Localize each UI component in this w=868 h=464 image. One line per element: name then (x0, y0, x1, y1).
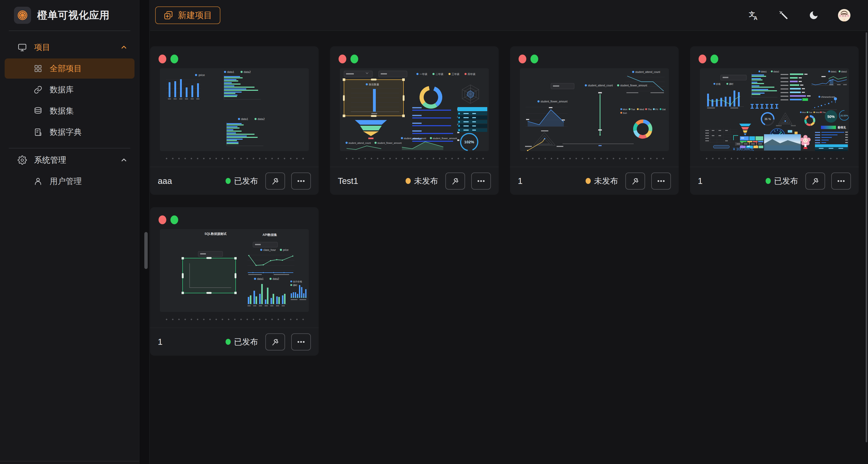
translate-icon[interactable]: 文 A (748, 9, 760, 21)
legend-label: 散花数量 (369, 83, 379, 86)
legend-label: 四年级 (468, 73, 475, 75)
main-scrollbar-thumb[interactable] (866, 32, 867, 442)
sidebar-item-user-management[interactable]: 用户管理 (5, 171, 134, 191)
legend-label: price (199, 73, 205, 76)
card-footer: 1 已发布 (690, 167, 859, 195)
status-dot (586, 178, 591, 184)
more-actions-button[interactable] (651, 173, 671, 190)
avatar[interactable] (838, 9, 850, 22)
edit-project-button[interactable] (625, 173, 645, 190)
legend-label: 二年级 (436, 73, 443, 75)
green-dot (350, 55, 358, 63)
status-badge: 未发布 (586, 176, 618, 186)
ellipsis-icon (656, 176, 666, 186)
sidebar-item-all-projects[interactable]: 全部项目 (5, 58, 134, 79)
svg-text:A: A (754, 15, 757, 21)
project-thumbnail[interactable]: price data1 data2 (160, 68, 309, 151)
dictionary-icon (34, 128, 42, 136)
gradient-bar-label: 看得见 (837, 126, 846, 129)
hammer-icon (270, 337, 280, 347)
sidebar-item-dataset[interactable]: 数据集 (5, 101, 134, 121)
project-thumbnail[interactable]: student_attend_count student_attend_coun… (520, 68, 669, 151)
sidebar-item-database[interactable]: 数据库 (5, 80, 134, 100)
legend-label: student_attend_count (635, 71, 660, 73)
hammer-icon (810, 176, 820, 186)
link-icon (34, 85, 42, 94)
app-logo (14, 7, 31, 24)
project-name: 1 (158, 337, 219, 347)
more-actions-button[interactable] (291, 173, 311, 190)
card-footer: Test1 未发布 (330, 167, 499, 195)
project-name: 1 (698, 176, 760, 186)
legend-label: student_attend_count (404, 137, 426, 140)
legend-label: student_flower_amount (433, 137, 457, 140)
copy-plus-icon (163, 10, 173, 20)
project-thumbnail[interactable]: 价格 课时 data1 data2 (700, 68, 849, 151)
sidebar-item-data-dictionary[interactable]: 数据字典 (5, 122, 134, 142)
legend-label: Sun (623, 112, 627, 114)
more-actions-button[interactable] (471, 173, 491, 190)
magic-wand-icon[interactable] (778, 9, 789, 21)
legend-label: data2 (841, 70, 847, 73)
status-dot (406, 178, 411, 184)
card-footer: 1 已发布 (150, 328, 319, 355)
monitor-icon (18, 43, 27, 52)
project-name: 1 (518, 176, 579, 186)
legend-label: data1 (257, 278, 264, 280)
sidebar-item-label: 数据库 (50, 84, 74, 95)
red-dot (519, 55, 526, 63)
edit-project-button[interactable] (805, 173, 825, 190)
project-thumbnail[interactable]: 散花数量 一年级 二年级 三年级 四年级 (340, 68, 489, 151)
legend-label: 合计价格 (293, 280, 302, 283)
legend-label: data1 (227, 70, 234, 73)
green-dot (711, 55, 718, 63)
moon-icon[interactable] (808, 9, 819, 21)
sidebar-group-label: 系统管理 (34, 155, 66, 165)
hammer-icon (630, 176, 640, 186)
new-project-button[interactable]: 新建项目 (155, 6, 220, 24)
status-dot (766, 178, 771, 184)
project-card: SQL数据源测试 API数据集 class_hour price (150, 207, 319, 355)
legend-label: student_attend_count (588, 84, 613, 87)
status-badge: 已发布 (225, 176, 258, 186)
hammer-icon (450, 176, 460, 186)
edit-project-button[interactable] (266, 173, 285, 190)
database-icon (34, 106, 42, 115)
more-actions-button[interactable] (291, 333, 311, 350)
thumbnail-dots (163, 157, 305, 160)
panel-title: SQL数据源测试 (205, 232, 227, 236)
legend-label: 一年级 (420, 73, 427, 75)
sidebar-scrollbar-thumb[interactable] (144, 232, 148, 269)
edit-project-button[interactable] (445, 173, 465, 190)
ellipsis-icon (476, 176, 486, 186)
legend-label: Wed (639, 108, 644, 111)
topbar-icons: 文 A (748, 9, 850, 22)
sidebar-item-label: 用户管理 (50, 176, 82, 187)
sidebar-section-divider (9, 148, 130, 149)
topbar: 新建项目 文 A (150, 0, 868, 31)
logo-row: 橙单可视化应用 (0, 0, 139, 31)
ellipsis-icon (836, 176, 846, 186)
sidebar-group-projects[interactable]: 项目 (0, 37, 139, 57)
sidebar-item-label: 全部项目 (50, 63, 82, 74)
grid-icon (34, 64, 42, 73)
sidebar-group-system[interactable]: 系统管理 (0, 150, 139, 170)
status-label: 已发布 (774, 176, 798, 186)
legend-label: Mon (623, 108, 627, 111)
edit-project-button[interactable] (266, 333, 285, 350)
legend-label: 课时 (729, 83, 734, 85)
card-footer: aaa 已发布 (150, 167, 319, 195)
legend-label: student_attend_count (348, 142, 371, 144)
legend-label: Wed (815, 111, 819, 114)
legend-label: data2 (273, 278, 279, 280)
hammer-icon (270, 176, 280, 186)
more-actions-button[interactable] (831, 173, 851, 190)
project-thumbnail[interactable]: SQL数据源测试 API数据集 class_hour price (160, 229, 309, 312)
gauge-value: 102% (464, 140, 474, 144)
red-dot (699, 55, 706, 63)
sidebar-item-label: 数据集 (50, 105, 74, 116)
legend-label: data1 (831, 70, 837, 73)
legend-label: student_flower_amount (620, 84, 647, 87)
thumbnail-dots (524, 157, 665, 160)
legend-label: data2 (773, 70, 779, 73)
